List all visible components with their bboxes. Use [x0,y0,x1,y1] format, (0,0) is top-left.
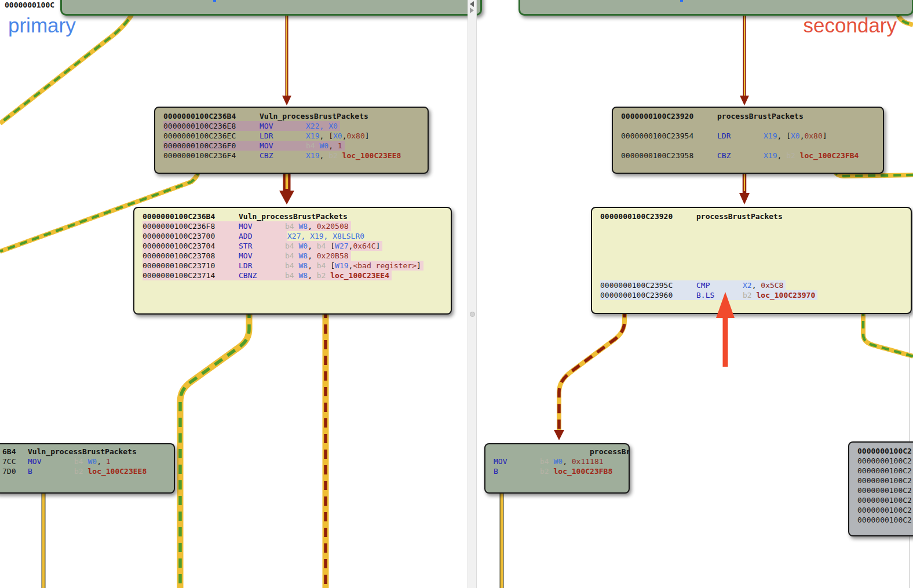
divider-collapse-left-icon[interactable] [470,1,474,7]
divider-grip-dot[interactable] [470,312,475,317]
red-annotation-arrow-icon [716,292,735,367]
annotation-arrow-svg [0,0,913,588]
binary-diff-graph-view: { "labels": { "primary": "primary", "sec… [0,0,913,588]
pane-divider[interactable] [468,0,477,588]
divider-collapse-right-icon[interactable] [470,8,474,13]
